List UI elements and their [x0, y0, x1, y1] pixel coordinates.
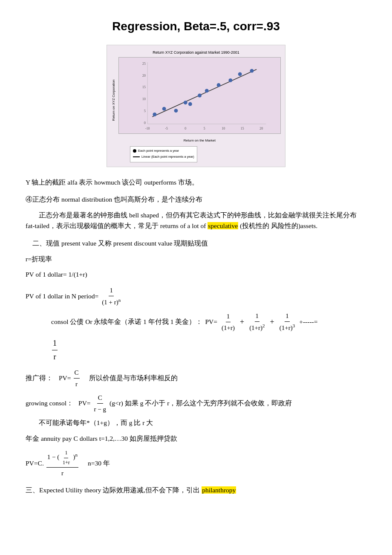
legend-line-icon	[133, 156, 140, 157]
annuity-numer: 1 − ( 1 1+r )n	[46, 449, 78, 467]
pv-eq: PV=	[205, 317, 217, 327]
r-minus-g-denom: r − g	[93, 404, 107, 414]
svg-text:15: 15	[142, 86, 146, 90]
legend-dot-icon	[133, 149, 136, 153]
inner-frac: 1 1+r	[62, 449, 71, 466]
svg-text:-10: -10	[145, 127, 150, 130]
normal-dist-body2: (投机性的 风险性的)assets.	[238, 222, 317, 229]
svg-text:5: 5	[204, 127, 205, 130]
r-def: r=折现率	[26, 254, 366, 265]
section-normal-dist: ④正态分布 normal distribution 也叫高斯分布，是个连续分布 …	[26, 194, 366, 231]
svg-point-16	[153, 113, 156, 116]
svg-text:15: 15	[241, 127, 244, 130]
svg-point-18	[174, 109, 178, 113]
chart-title: Return XYZ Corporation against Market 19…	[111, 49, 281, 55]
c-over-rg-frac: C r − g	[93, 393, 107, 414]
section-pv: 二、现值 present value 又称 present discount v…	[26, 238, 366, 478]
circle-num: ④	[26, 196, 32, 203]
section-alfa: Y 轴上的截距 alfa 表示 howmuch 该公司 outperforms …	[26, 177, 366, 188]
consol-denom3: (1+r)3	[279, 322, 296, 333]
pv-header-text: 二、现值 present value 又称 present discount v…	[32, 240, 208, 247]
normal-dist-title: ④正态分布 normal distribution 也叫高斯分布，是个连续分布	[26, 194, 366, 205]
scatter-plot: 25 20 15 10 5 0 -10 -5 0 5 10 15 20	[118, 57, 281, 134]
consol-numer3: 1	[285, 311, 290, 322]
pv-def: PV of 1 dollar= 1/(1+r)	[26, 269, 366, 280]
pv-annuity-formula: PV=C. 1 − ( 1 1+r )n r n=30 年	[26, 449, 366, 478]
svg-point-19	[184, 101, 187, 104]
consol-more: +-----=	[299, 317, 317, 327]
consol-numer1: 1	[226, 311, 231, 322]
inner-numer: 1	[64, 449, 68, 458]
chart-x-label: Return on the Market	[118, 138, 281, 144]
philanthropy-highlight: philanthropy	[202, 486, 236, 494]
legend-item-line: Linear (Each point represents a year)	[133, 154, 194, 159]
c-numer2: C	[97, 393, 103, 404]
consol-label: consol 公债 Or 永续年金（承诺 1 年付我 1 美金）：	[51, 317, 202, 327]
r-denom2: r	[75, 379, 78, 389]
svg-point-23	[216, 83, 220, 87]
generalize-label: 推广得：	[26, 373, 53, 384]
page-title: Regression, Beta=.5, corr=.93	[26, 17, 366, 36]
svg-text:10: 10	[142, 97, 146, 101]
normal-dist-body: 正态分布是最著名的钟形曲线 bell shaped，但仍有其它表达式下的钟形曲线…	[26, 210, 366, 231]
legend-line-label: Linear (Each point represents a year)	[141, 154, 194, 159]
svg-point-21	[198, 94, 202, 98]
c-numer: C	[74, 367, 80, 379]
consol-denom2: (1+r)2	[248, 322, 265, 333]
pv-annuity-label: PV=C.	[26, 458, 44, 469]
cannot-promise: 不可能承诺每年*（1+g），而 g 比 r 大	[39, 418, 366, 428]
chart-inner: Return on XYZ Corporation 25 20 15 10 5 …	[111, 57, 281, 143]
r-denom: r	[53, 350, 57, 363]
annuity-main-frac: 1 − ( 1 1+r )n r	[46, 449, 78, 478]
pv-c-label: PV=	[59, 373, 71, 384]
one-over-r-block: 1 r	[51, 337, 366, 363]
legend-dot-label: Each point represents a year	[138, 148, 179, 153]
svg-point-25	[238, 72, 242, 76]
pv-n-label: PV of 1 dollar in N period=	[26, 291, 98, 302]
gr-condition-text: (g<r) 如果 g 不小于 r，那么这个无穷序列就不会收敛，即政府	[110, 398, 292, 409]
svg-text:20: 20	[142, 74, 146, 78]
consol-frac2: 1 (1+r)2	[248, 311, 265, 333]
svg-line-15	[152, 69, 257, 117]
normal-dist-title-text: 正态分布 normal distribution 也叫高斯分布，是个连续分布	[32, 196, 202, 203]
chart-plot-area: 25 20 15 10 5 0 -10 -5 0 5 10 15 20	[118, 57, 281, 143]
consol-numer2: 1	[255, 311, 260, 322]
pv-header: 二、现值 present value 又称 present discount v…	[26, 238, 366, 249]
consol-frac1: 1 (1+r)	[221, 311, 236, 333]
consol-formula: consol 公债 Or 永续年金（承诺 1 年付我 1 美金）： PV= 1 …	[51, 311, 366, 333]
svg-text:25: 25	[142, 62, 146, 66]
pv-n-numer: 1	[109, 285, 114, 296]
consol-frac3: 1 (1+r)3	[279, 311, 296, 333]
reason-text: 所以价值是与市场利率相反的	[89, 373, 178, 384]
svg-text:0: 0	[184, 127, 186, 130]
one-numer: 1	[52, 337, 58, 350]
eu-text: 三、Expected Utility theory 边际效用递减,但不会下降，引…	[26, 485, 366, 496]
svg-point-20	[188, 102, 192, 106]
annuity-label: 年金 annuity pay C dollars t=1,2,…30 如房屋抵押…	[26, 434, 366, 444]
inner-denom: 1+r	[62, 458, 71, 467]
svg-point-22	[205, 89, 209, 93]
annuity-denom: r	[61, 468, 64, 478]
legend-item-dot: Each point represents a year	[133, 148, 194, 153]
plus2: +	[270, 316, 274, 328]
c-over-r-frac: C r	[74, 367, 80, 389]
one-over-r: 1 r	[52, 337, 58, 363]
chart-legend: Each point represents a year Linear (Eac…	[130, 146, 197, 162]
chart-container: Return XYZ Corporation against Market 19…	[26, 45, 366, 167]
plus1: +	[240, 316, 244, 328]
growing-consol-label: growing consol：	[26, 398, 73, 409]
alfa-text: Y 轴上的截距 alfa 表示 howmuch 该公司 outperforms …	[26, 177, 366, 188]
chart-y-label: Return on XYZ Corporation	[111, 57, 117, 143]
growing-consol-formula: growing consol： PV= C r − g (g<r) 如果 g 不…	[26, 393, 366, 414]
chart-box: Return XYZ Corporation against Market 19…	[107, 45, 285, 167]
svg-text:5: 5	[144, 109, 146, 113]
pv-n-denom: (1 + r)n	[101, 296, 121, 307]
svg-text:20: 20	[259, 127, 263, 130]
eu-header-text: 三、Expected Utility theory 边际效用递减,但不会下降，引…	[26, 486, 202, 494]
pv-c-over-r: 推广得： PV= C r 所以价值是与市场利率相反的	[26, 367, 366, 389]
pv-n-formula: PV of 1 dollar in N period= 1 (1 + r)n	[26, 285, 366, 307]
n-eq: n=30 年	[88, 458, 110, 469]
section-eu: 三、Expected Utility theory 边际效用递减,但不会下降，引…	[26, 485, 366, 496]
svg-point-17	[162, 107, 166, 111]
consol-denom1: (1+r)	[221, 322, 236, 333]
